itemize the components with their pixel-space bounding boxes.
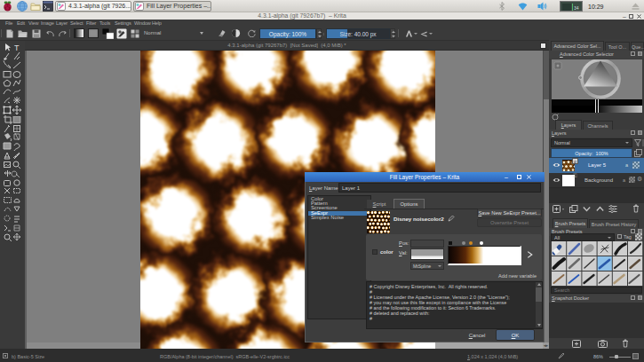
- svg-text:T: T: [14, 43, 20, 52]
